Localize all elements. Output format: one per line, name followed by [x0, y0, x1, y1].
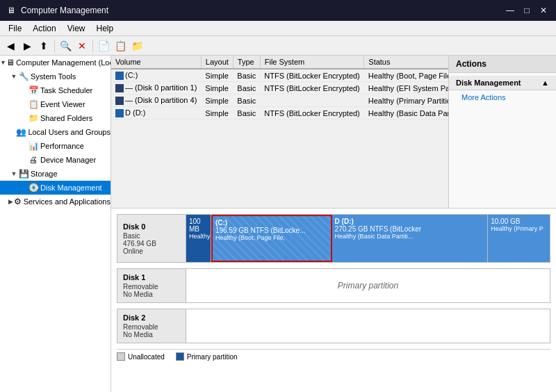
- menu-file[interactable]: File: [3, 22, 27, 35]
- disk-visualization: Disk 0 Basic 476.94 GB Online 100 MB Hea…: [117, 214, 550, 343]
- disk-type-disk0: Basic: [123, 232, 180, 240]
- tree-item-disk-management[interactable]: 💽 Disk Management: [0, 181, 111, 195]
- vol-cell-3-4: Healthy (Basic Data Partition): [364, 107, 448, 120]
- vol-icon: [115, 97, 124, 105]
- tree-item-services-and-applica[interactable]: ▶ ⚙ Services and Applications: [0, 195, 111, 209]
- disk-type-disk2: Removable: [123, 323, 180, 331]
- tree-label: Device Manager: [40, 156, 96, 164]
- toolbar-properties[interactable]: 📄: [96, 38, 111, 54]
- menu-bar: File Action View Help: [0, 21, 556, 36]
- volume-row-1[interactable]: — (Disk 0 partition 1)SimpleBasicNTFS (B…: [111, 82, 448, 95]
- volume-row-3[interactable]: D (D:)SimpleBasicNTFS (BitLocker Encrypt…: [111, 107, 448, 120]
- tree-container: ▼ 🖥 Computer Management (Local ▼ 🔧 Syste…: [0, 56, 111, 209]
- disk-name-disk1: Disk 1: [123, 273, 180, 281]
- toolbar-help[interactable]: 📋: [113, 38, 128, 54]
- tree-arrow: ▼: [0, 59, 6, 66]
- tree-item-local-users-and-grou[interactable]: 👥 Local Users and Groups: [0, 125, 111, 139]
- volume-table-header: VolumeLayoutTypeFile SystemStatus: [111, 56, 448, 69]
- toolbar: ◀ ▶ ⬆ 🔍 ✕ 📄 📋 📁: [0, 36, 556, 56]
- toolbar-search[interactable]: 🔍: [58, 38, 73, 54]
- vol-cell-3-1: Simple: [201, 107, 233, 120]
- volume-row-0[interactable]: (C:)SimpleBasicNTFS (BitLocker Encrypted…: [111, 69, 448, 82]
- tree-label: Computer Management (Local: [16, 58, 111, 67]
- tree-item-task-scheduler[interactable]: 📅 Task Scheduler: [0, 83, 111, 97]
- maximize-button[interactable]: □: [520, 3, 534, 17]
- disk-status-disk0: Online: [123, 247, 180, 255]
- disk-info-disk1: Disk 1 Removable No Media: [117, 268, 186, 303]
- minimize-button[interactable]: —: [503, 3, 517, 17]
- tree-item-shared-folders[interactable]: 📁 Shared Folders: [0, 111, 111, 125]
- actions-panel: Actions Disk Management▲More Actions: [448, 56, 556, 208]
- disk-info-disk2: Disk 2 Removable No Media: [117, 309, 186, 343]
- col-header-layout[interactable]: Layout: [201, 56, 233, 69]
- tree-label: Local Users and Groups: [28, 128, 111, 136]
- tree-item-event-viewer[interactable]: 📋 Event Viewer: [0, 97, 111, 111]
- legend-bar: Unallocated Primary partition: [117, 349, 550, 364]
- disk-status-disk2: No Media: [123, 331, 180, 338]
- legend-unallocated: Unallocated: [117, 352, 165, 361]
- toolbar-up[interactable]: ⬆: [36, 38, 51, 54]
- tree-icon: 🖥: [6, 57, 15, 68]
- tree-icon: 📋: [28, 99, 39, 110]
- vol-cell-3-0: D (D:): [111, 107, 201, 120]
- disk-viz-area: Disk 0 Basic 476.94 GB Online 100 MB Hea…: [111, 209, 556, 392]
- vol-icon: [115, 84, 124, 92]
- tree-icon: 📅: [28, 85, 39, 96]
- tree-panel: ▼ 🖥 Computer Management (Local ▼ 🔧 Syste…: [0, 56, 111, 392]
- menu-action[interactable]: Action: [27, 22, 61, 35]
- vol-cell-1-4: Healthy (EFI System Partition): [364, 82, 448, 95]
- toolbar-delete[interactable]: ✕: [74, 38, 90, 54]
- tree-icon: 📁: [28, 113, 39, 124]
- tree-arrow: ▼: [10, 73, 18, 80]
- col-header-status[interactable]: Status: [364, 56, 448, 69]
- legend-swatch-unallocated: [117, 352, 125, 361]
- col-header-volume[interactable]: Volume: [111, 56, 201, 69]
- close-button[interactable]: ✕: [537, 3, 550, 17]
- toolbar-forward[interactable]: ▶: [19, 38, 35, 54]
- legend-label-primary: Primary partition: [187, 353, 238, 361]
- partition-disk0-2[interactable]: D (D:) 270.25 GB NTFS (BitLocker Healthy…: [332, 215, 489, 262]
- vol-cell-2-4: Healthy (Primary Partition): [364, 95, 448, 107]
- col-header-type[interactable]: Type: [233, 56, 260, 69]
- menu-help[interactable]: Help: [91, 22, 120, 35]
- actions-section-label: Disk Management: [456, 79, 521, 87]
- vol-cell-1-2: Basic: [233, 82, 260, 95]
- tree-item-computer-management-[interactable]: ▼ 🖥 Computer Management (Local: [0, 56, 111, 70]
- disk-info-disk0: Disk 0 Basic 476.94 GB Online: [117, 214, 186, 263]
- tree-icon: 🔧: [18, 71, 29, 82]
- tree-item-storage[interactable]: ▼ 💾 Storage: [0, 167, 111, 181]
- vol-cell-0-4: Healthy (Boot, Page File, Crash Dump, Ba…: [364, 69, 448, 82]
- menu-view[interactable]: View: [62, 22, 91, 35]
- toolbar-separator-2: [92, 40, 93, 52]
- actions-sections: Disk Management▲More Actions: [449, 73, 556, 107]
- vol-cell-0-2: Basic: [233, 69, 260, 82]
- title-bar: 🖥 Computer Management — □ ✕: [0, 0, 556, 21]
- vol-icon: [115, 72, 124, 80]
- vol-cell-2-3: [260, 95, 364, 107]
- tree-icon: 💾: [18, 168, 29, 179]
- tree-item-system-tools[interactable]: ▼ 🔧 System Tools: [0, 70, 111, 83]
- partition-size: 100 MB: [189, 218, 208, 233]
- actions-section-title-0[interactable]: Disk Management▲: [449, 76, 556, 90]
- col-header-file-system[interactable]: File System: [260, 56, 364, 69]
- disk-no-media-disk2: [186, 309, 550, 343]
- vol-cell-0-3: NTFS (BitLocker Encrypted): [260, 69, 364, 82]
- volume-row-2[interactable]: — (Disk 0 partition 4)SimpleBasicHealthy…: [111, 95, 448, 107]
- tree-item-performance[interactable]: 📊 Performance: [0, 139, 111, 153]
- toolbar-folder[interactable]: 📁: [129, 38, 145, 54]
- main-area: ▼ 🖥 Computer Management (Local ▼ 🔧 Syste…: [0, 56, 556, 392]
- toolbar-back[interactable]: ◀: [3, 38, 18, 54]
- tree-icon: 💽: [28, 182, 39, 193]
- tree-icon: 📊: [28, 140, 39, 152]
- partition-disk0-3[interactable]: 10.00 GB Healthy (Primary P: [488, 215, 550, 262]
- partition-disk0-0[interactable]: 100 MB Healthy: [186, 215, 211, 262]
- disk-row-disk0: Disk 0 Basic 476.94 GB Online 100 MB Hea…: [117, 214, 550, 263]
- legend-label-unallocated: Unallocated: [128, 353, 165, 361]
- partition-status: Healthy (Primary P: [491, 225, 547, 232]
- tree-item-device-manager[interactable]: 🖨 Device Manager: [0, 153, 111, 167]
- partition-label: D (D:): [335, 218, 485, 225]
- partition-disk0-1[interactable]: (C:) 196.59 GB NTFS (BitLocke... Healthy…: [211, 215, 332, 262]
- disk-size-disk0: 476.94 GB: [123, 240, 180, 247]
- actions-link-0[interactable]: More Actions: [449, 90, 556, 104]
- tree-label: Services and Applications: [24, 197, 111, 206]
